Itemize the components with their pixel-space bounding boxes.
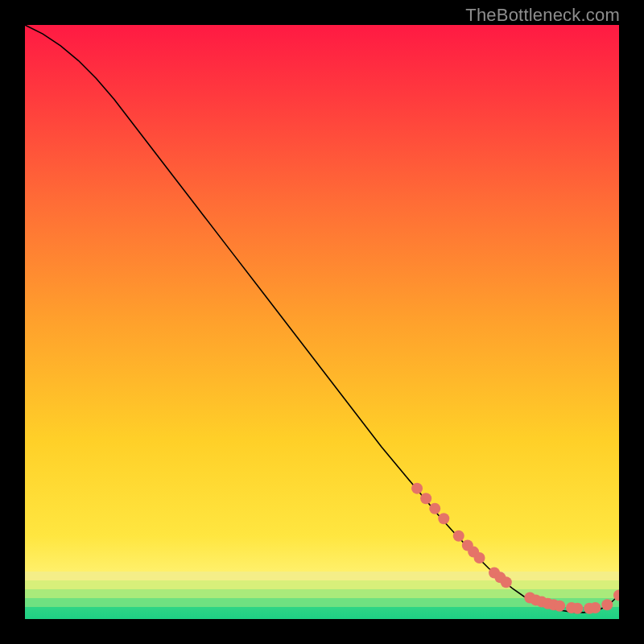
gradient-background xyxy=(25,25,619,619)
watermark-text: TheBottleneck.com xyxy=(465,5,620,26)
marker-point xyxy=(589,602,601,613)
plot-svg xyxy=(25,25,619,619)
chart-stage: TheBottleneck.com xyxy=(0,0,644,644)
marker-point xyxy=(601,599,613,610)
marker-point xyxy=(474,552,485,564)
marker-point xyxy=(420,493,431,504)
marker-point xyxy=(572,603,583,614)
marker-point xyxy=(411,483,423,494)
plot-area xyxy=(25,25,619,619)
marker-point xyxy=(554,601,565,612)
marker-point xyxy=(429,503,440,514)
marker-point xyxy=(438,513,449,524)
marker-point xyxy=(501,576,512,588)
marker-point xyxy=(453,530,464,542)
